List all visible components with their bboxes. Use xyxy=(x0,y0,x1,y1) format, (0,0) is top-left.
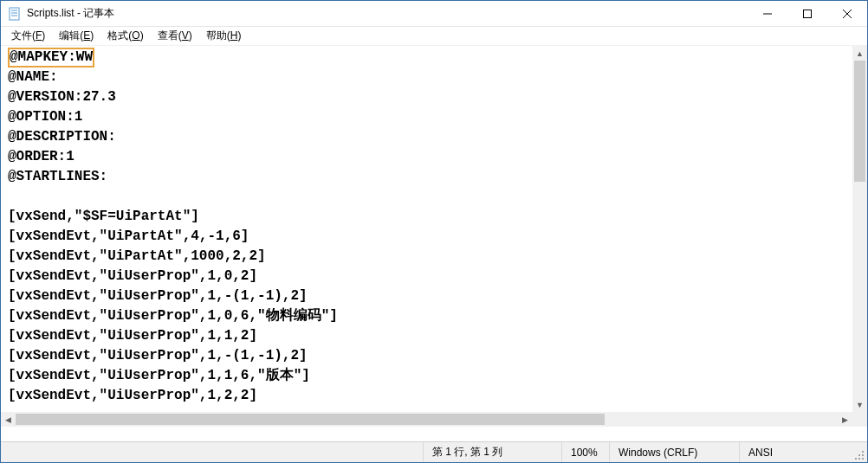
window-controls xyxy=(748,1,867,26)
status-position: 第 1 行, 第 1 列 xyxy=(423,442,561,462)
scroll-up-button[interactable]: ▲ xyxy=(852,46,867,61)
scroll-corner xyxy=(852,412,867,427)
status-line-ending: Windows (CRLF) xyxy=(609,442,739,462)
vertical-scrollbar[interactable]: ▲ ▼ xyxy=(852,46,867,412)
horizontal-scroll-thumb[interactable] xyxy=(16,414,605,425)
scroll-right-button[interactable]: ▶ xyxy=(838,412,852,427)
scroll-left-button[interactable]: ◀ xyxy=(1,412,16,427)
svg-rect-11 xyxy=(855,458,857,460)
svg-rect-13 xyxy=(862,451,864,453)
status-zoom: 100% xyxy=(561,442,609,462)
horizontal-scrollbar[interactable]: ◀ ▶ xyxy=(1,412,852,427)
svg-rect-9 xyxy=(858,458,860,460)
scroll-down-button[interactable]: ▼ xyxy=(852,397,867,412)
horizontal-scroll-track[interactable] xyxy=(16,412,838,427)
svg-rect-5 xyxy=(804,10,812,17)
window-title: Scripts.list - 记事本 xyxy=(27,6,748,21)
title-bar: Scripts.list - 记事本 xyxy=(1,1,867,27)
text-editor[interactable]: @MAPKEY:WW @NAME: @VERSION:27.3 @OPTION:… xyxy=(1,46,852,412)
menu-help[interactable]: 帮助(H) xyxy=(199,27,249,45)
svg-rect-12 xyxy=(858,454,860,456)
highlighted-text: @MAPKEY:WW xyxy=(8,48,94,68)
resize-grip[interactable] xyxy=(852,442,867,462)
status-encoding: ANSI xyxy=(739,442,852,462)
minimize-button[interactable] xyxy=(748,1,787,26)
menu-edit[interactable]: 编辑(E) xyxy=(52,27,100,45)
notepad-icon xyxy=(8,7,22,21)
vertical-scroll-thumb[interactable] xyxy=(854,61,865,182)
svg-rect-0 xyxy=(10,8,19,20)
svg-rect-8 xyxy=(862,458,864,460)
editor-container: @MAPKEY:WW @NAME: @VERSION:27.3 @OPTION:… xyxy=(1,46,867,427)
menu-view[interactable]: 查看(V) xyxy=(151,27,199,45)
menu-bar: 文件(F) 编辑(E) 格式(O) 查看(V) 帮助(H) xyxy=(1,27,867,46)
status-bar: 第 1 行, 第 1 列 100% Windows (CRLF) ANSI xyxy=(1,441,867,462)
svg-rect-10 xyxy=(862,454,864,456)
close-button[interactable] xyxy=(827,1,867,26)
menu-format[interactable]: 格式(O) xyxy=(100,27,150,45)
maximize-button[interactable] xyxy=(787,1,827,26)
menu-file[interactable]: 文件(F) xyxy=(4,27,52,45)
